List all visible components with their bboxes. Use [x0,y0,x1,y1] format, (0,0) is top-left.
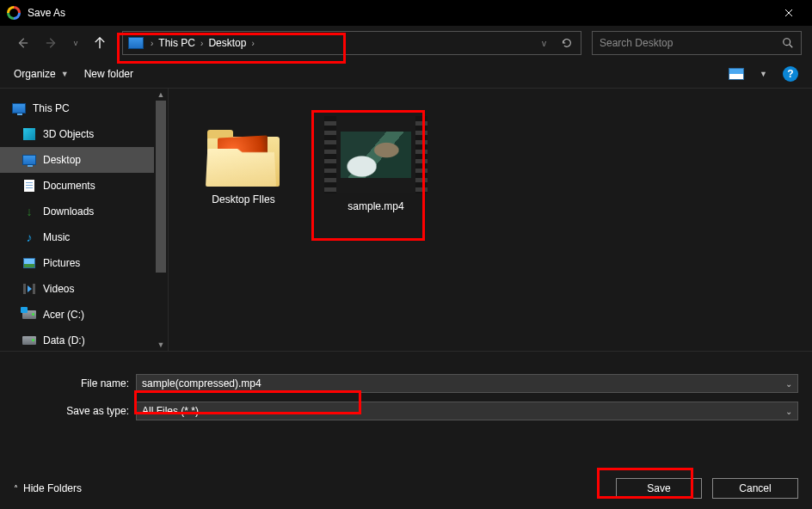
refresh-button[interactable] [555,32,579,54]
file-label: Desktop FIles [212,193,274,205]
scrollbar-down-arrow[interactable]: ▼ [154,339,168,351]
titlebar: Save As [0,0,812,26]
picture-icon [22,256,36,270]
chevron-right-icon: › [145,39,158,48]
arrow-right-icon [46,37,58,49]
chevron-right-icon: › [195,39,208,48]
music-icon: ♪ [22,230,36,244]
sidebar-desktop[interactable]: Desktop [0,147,168,173]
breadcrumb-desktop[interactable]: Desktop [208,37,246,49]
pc-icon [128,37,144,49]
chevron-down-icon[interactable]: ⌄ [785,407,792,416]
chevron-down-icon[interactable]: ⌄ [785,379,792,389]
forward-button[interactable] [40,31,64,55]
help-button[interactable]: ? [783,66,798,82]
drive-icon [22,334,36,347]
file-list-area[interactable]: Desktop FIles sample.mp4 [169,89,812,351]
breadcrumb-bar[interactable]: › This PC › Desktop › v [122,31,581,55]
cancel-button[interactable]: Cancel [712,478,798,499]
sidebar-3d-objects[interactable]: 3D Objects [0,121,168,147]
chevron-down-icon[interactable]: ▼ [760,70,767,78]
sidebar-scrollbar[interactable]: ▲ ▼ [154,89,168,351]
svg-point-0 [784,39,790,46]
view-mode-icon[interactable] [729,68,744,80]
folder-icon [206,125,281,187]
sidebar-videos[interactable]: Videos [0,276,168,302]
download-icon: ↓ [22,205,36,218]
sidebar-this-pc[interactable]: This PC [0,95,168,121]
file-label: sample.mp4 [348,200,403,212]
scrollbar-up-arrow[interactable]: ▲ [154,89,168,101]
window-title: Save As [28,7,769,19]
close-icon [784,9,793,17]
close-button[interactable] [769,0,809,26]
chevron-up-icon: ˄ [14,484,18,494]
saveastype-label: Save as type: [14,405,136,417]
filename-input[interactable]: sample(compressed).mp4 ⌄ [136,374,798,393]
file-item-video[interactable]: sample.mp4 [320,104,432,212]
arrow-up-icon [94,37,106,49]
video-icon [22,282,36,296]
file-item-folder[interactable]: Desktop FIles [188,104,299,205]
sidebar-drive-d[interactable]: Data (D:) [0,328,168,353]
sidebar-pictures[interactable]: Pictures [0,250,168,276]
scrollbar-thumb[interactable] [156,101,166,273]
up-button[interactable] [88,31,112,55]
save-button[interactable]: Save [616,478,702,499]
chevron-right-icon: › [246,39,259,48]
organize-menu[interactable]: Organize ▼ [14,68,69,80]
saveastype-select[interactable]: All Files (*.*) ⌄ [136,402,798,420]
arrow-left-icon [16,37,28,49]
form-area: File name: sample(compressed).mp4 ⌄ Save… [0,351,812,436]
hide-folders-toggle[interactable]: ˄ Hide Folders [14,482,82,494]
breadcrumb-dropdown[interactable]: v [537,39,551,48]
desktop-icon [22,153,36,167]
recent-dropdown[interactable]: v [69,31,83,55]
chevron-down-icon: ▼ [61,70,69,78]
search-icon [782,37,794,49]
nav-row: v › This PC › Desktop › v Search Desktop [0,26,812,60]
drive-icon [22,308,36,322]
search-placeholder: Search Desktop [600,37,673,49]
monitor-icon [12,101,26,115]
body-area: This PC 3D Objects Desktop Documents ↓ D… [0,88,812,351]
cube-icon [22,127,36,141]
sidebar: This PC 3D Objects Desktop Documents ↓ D… [0,89,169,351]
chrome-icon [7,6,21,20]
video-thumbnail-icon [324,116,428,193]
sidebar-drive-c[interactable]: Acer (C:) [0,302,168,328]
filename-label: File name: [14,377,136,389]
back-button[interactable] [10,31,34,55]
refresh-icon [561,37,573,49]
document-icon [22,179,36,193]
sidebar-music[interactable]: ♪ Music [0,224,168,250]
search-input[interactable]: Search Desktop [592,31,802,55]
toolbar: Organize ▼ New folder ▼ ? [0,60,812,88]
sidebar-documents[interactable]: Documents [0,173,168,199]
new-folder-button[interactable]: New folder [84,68,133,80]
sidebar-downloads[interactable]: ↓ Downloads [0,199,168,224]
breadcrumb-this-pc[interactable]: This PC [158,37,195,49]
footer: ˄ Hide Folders Save Cancel [0,468,812,509]
